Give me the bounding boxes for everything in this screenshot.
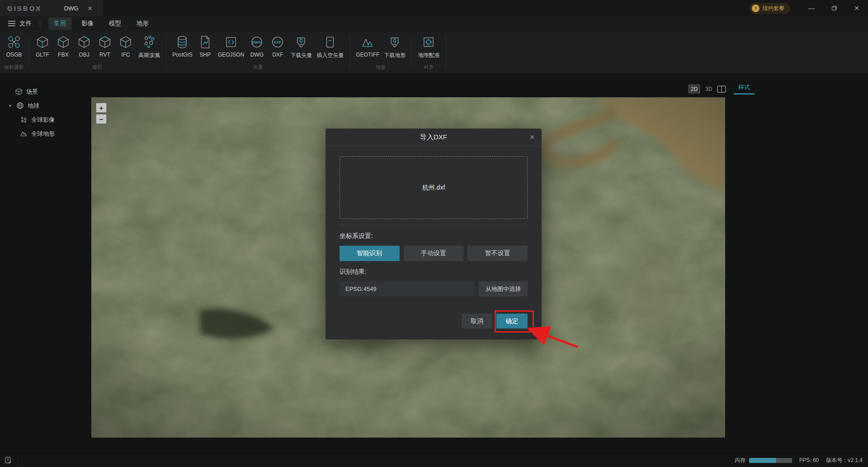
drone-icon bbox=[6, 34, 22, 50]
epsg-input[interactable]: EPSG:4549 bbox=[340, 281, 475, 296]
ribbon-item-georeference[interactable]: 地理配准 bbox=[415, 34, 442, 59]
tree-item-global-imagery[interactable]: 全球影像 bbox=[0, 113, 91, 127]
map-zoom-controls: + − bbox=[96, 103, 107, 125]
tree-item-global-terrain[interactable]: 全球地形 bbox=[0, 127, 91, 141]
cube-icon bbox=[76, 34, 92, 50]
ribbon-item-geojson[interactable]: GEOJSON bbox=[216, 34, 247, 58]
titlebar: GISBOX DWG ✕ ⚡ 续约套餐 — ✕ bbox=[0, 0, 868, 16]
ribbon-group-terrain: GEOTIFF 下载地形 地形 bbox=[350, 31, 411, 73]
version-label: 版本号：v2.1.4 bbox=[826, 457, 863, 464]
minimize-button[interactable]: — bbox=[800, 0, 823, 16]
zoom-out-button[interactable]: − bbox=[96, 114, 107, 124]
ribbon-item-geotiff[interactable]: GEOTIFF bbox=[354, 34, 382, 58]
style-tab-underline bbox=[734, 93, 755, 95]
menu-tab-yingxiang[interactable]: 影像 bbox=[76, 17, 99, 30]
ribbon-item-gltf[interactable]: GLTF bbox=[32, 34, 53, 58]
ribbon-group-vector: PostGIS SHP GEOJSON bbox=[166, 31, 349, 73]
ribbon-group-align: 地理配准 对齐 bbox=[412, 31, 445, 73]
ribbon-item-download-vector[interactable]: 下载矢量 bbox=[288, 34, 314, 59]
mountains-icon bbox=[360, 34, 375, 50]
layer-tree-panel: 场景 ▼ 地球 全球影像 bbox=[0, 74, 91, 453]
lightning-icon: ⚡ bbox=[752, 5, 760, 12]
pick-from-map-button[interactable]: 从地图中选择 bbox=[479, 281, 528, 296]
splat-icon bbox=[142, 34, 157, 50]
map-scrollbar[interactable] bbox=[724, 97, 725, 233]
tab-dwg[interactable]: DWG ✕ bbox=[53, 0, 103, 16]
cube-icon bbox=[118, 34, 133, 50]
file-drop-area[interactable]: 杭州.dxf bbox=[340, 156, 528, 219]
crs-smart-detect-button[interactable]: 智能识别 bbox=[340, 246, 400, 261]
ribbon-item-dwg[interactable]: DWG DWG bbox=[246, 34, 267, 58]
restore-button[interactable] bbox=[823, 0, 845, 16]
menubar: 文件 常用 影像 模型 地形 bbox=[0, 16, 868, 31]
ribbon-group-label: 矢量 bbox=[166, 62, 349, 73]
ribbon-item-fbx[interactable]: FBX bbox=[53, 34, 74, 58]
split-view-button[interactable] bbox=[717, 84, 726, 94]
ribbon-group-label: 倾斜摄影 bbox=[0, 62, 28, 73]
cube-icon bbox=[97, 34, 113, 50]
mode-2d-button[interactable]: 2D bbox=[688, 84, 700, 94]
menu-tab-changyong[interactable]: 常用 bbox=[48, 17, 71, 30]
menu-tab-dixing[interactable]: 地形 bbox=[131, 17, 154, 30]
caret-down-icon[interactable]: ▼ bbox=[8, 104, 13, 108]
file-chart-icon bbox=[198, 34, 213, 50]
menu-tab-moxing[interactable]: 模型 bbox=[104, 17, 127, 30]
imagery-icon bbox=[20, 116, 28, 124]
dialog-close-icon[interactable]: ✕ bbox=[529, 133, 535, 141]
pin-download-icon bbox=[387, 34, 402, 50]
svg-text:DXF: DXF bbox=[274, 40, 281, 44]
confirm-button[interactable]: 确定 bbox=[496, 314, 528, 329]
viewport-controls: 2D 3D 样式 bbox=[688, 84, 755, 95]
terrain-icon bbox=[20, 130, 28, 138]
crs-skip-button[interactable]: 暂不设置 bbox=[467, 246, 528, 261]
mode-3d-button[interactable]: 3D bbox=[705, 84, 712, 94]
ribbon-group-model: GLTF FBX OBJ bbox=[28, 31, 166, 73]
tree-item-earth[interactable]: ▼ 地球 bbox=[0, 99, 91, 113]
zoom-in-button[interactable]: + bbox=[96, 103, 107, 113]
tab-close-icon[interactable]: ✕ bbox=[87, 5, 92, 12]
result-label: 识别结果: bbox=[340, 268, 528, 276]
ribbon-item-insert-empty-vector[interactable]: 插入空矢量 bbox=[314, 34, 346, 59]
map-braces-icon bbox=[223, 34, 239, 50]
ribbon-item-obj[interactable]: OBJ bbox=[74, 34, 94, 58]
console-panel-icon[interactable] bbox=[4, 456, 12, 464]
hamburger-icon[interactable] bbox=[8, 21, 15, 26]
memory-bar bbox=[749, 458, 792, 463]
dialog-footer: 取消 确定 bbox=[340, 314, 528, 329]
memory-indicator: 内存 bbox=[735, 457, 792, 464]
ribbon-item-shp[interactable]: SHP bbox=[195, 34, 216, 58]
style-tab[interactable]: 样式 bbox=[734, 84, 755, 95]
crs-manual-button[interactable]: 手动设置 bbox=[404, 246, 464, 261]
app-logo: GISBOX bbox=[7, 5, 42, 12]
ribbon-item-osgb[interactable]: OSGB bbox=[4, 34, 24, 58]
cancel-button[interactable]: 取消 bbox=[462, 314, 492, 329]
ribbon-item-ifc[interactable]: IFC bbox=[115, 34, 136, 58]
ribbon-item-rvt[interactable]: RVT bbox=[94, 34, 115, 58]
ribbon-item-gaussian-splat[interactable]: 高斯泼溅 bbox=[136, 34, 162, 59]
app-window: GISBOX DWG ✕ ⚡ 续约套餐 — ✕ 文件 常用 影像 模型 地形 bbox=[0, 0, 868, 467]
ribbon-item-dxf[interactable]: DXF DXF bbox=[267, 34, 288, 58]
menu-divider bbox=[40, 20, 40, 27]
dialog-separator bbox=[340, 225, 528, 225]
cube-icon bbox=[56, 34, 71, 50]
file-name: 杭州.dxf bbox=[422, 184, 445, 192]
crs-settings-label: 坐标系设置: bbox=[340, 232, 528, 240]
ribbon-group-oblique: OSGB 倾斜摄影 bbox=[0, 31, 28, 73]
titlebar-controls: ⚡ 续约套餐 — ✕ bbox=[749, 0, 868, 16]
dialog-body: 杭州.dxf 坐标系设置: 智能识别 手动设置 暂不设置 识别结果: EPSG:… bbox=[326, 146, 542, 329]
ribbon-item-postgis[interactable]: PostGIS bbox=[170, 34, 195, 58]
fps-indicator: FPS: 60 bbox=[799, 457, 819, 463]
tree-item-scene[interactable]: 场景 bbox=[0, 85, 91, 99]
square-minus-icon bbox=[322, 34, 338, 50]
svg-text:DWG: DWG bbox=[253, 40, 261, 44]
dxf-badge-icon: DXF bbox=[270, 34, 285, 50]
scene-cube-icon bbox=[15, 88, 23, 95]
menu-file[interactable]: 文件 bbox=[19, 19, 32, 28]
dwg-badge-icon: DWG bbox=[249, 34, 264, 50]
restore-icon bbox=[832, 6, 837, 10]
renew-package-button[interactable]: ⚡ 续约套餐 bbox=[749, 3, 790, 14]
close-button[interactable]: ✕ bbox=[845, 0, 868, 16]
cube-icon bbox=[35, 34, 50, 50]
renew-label: 续约套餐 bbox=[763, 5, 784, 12]
ribbon-item-download-terrain[interactable]: 下载地形 bbox=[382, 34, 408, 59]
